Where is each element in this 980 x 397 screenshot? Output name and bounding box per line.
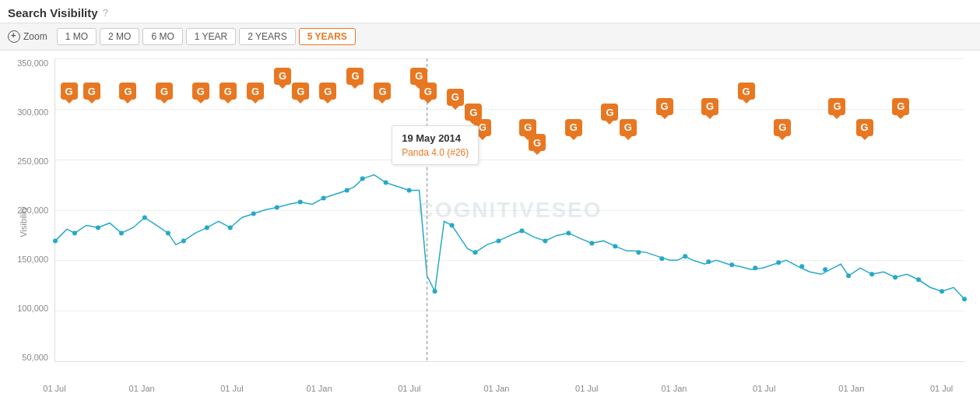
g-marker-6[interactable]: G <box>220 83 237 100</box>
svg-point-38 <box>916 277 921 282</box>
svg-point-40 <box>962 297 967 301</box>
time-button-6mo[interactable]: 6 MO <box>142 28 182 45</box>
g-marker-9[interactable]: G <box>292 83 309 100</box>
svg-point-33 <box>799 264 804 269</box>
g-marker-26[interactable]: G <box>828 98 845 115</box>
y-label-300k: 300,000 <box>17 107 48 117</box>
g-marker-24[interactable]: G <box>738 83 755 100</box>
g-marker-2[interactable]: G <box>83 83 100 100</box>
tooltip-date: 19 May 2014 <box>402 132 469 144</box>
g-marker-tooltip[interactable]: G <box>447 89 464 106</box>
data-dots <box>53 177 967 302</box>
g-marker-14[interactable]: G <box>420 83 437 100</box>
svg-point-31 <box>753 265 757 270</box>
svg-point-20 <box>497 238 501 243</box>
tooltip-box: 19 May 2014 Panda 4.0 (#26) <box>392 125 479 165</box>
chart-area: Visibility 350,000 300,000 250,000 200,0… <box>0 51 980 393</box>
x-label-9: 01 Jul <box>753 384 775 393</box>
svg-point-32 <box>776 260 781 265</box>
svg-point-11 <box>298 200 303 205</box>
x-label-3: 01 Jul <box>220 384 243 393</box>
help-icon[interactable]: ? <box>103 7 108 19</box>
svg-point-29 <box>706 259 711 264</box>
g-marker-10[interactable]: G <box>319 83 336 100</box>
g-marker-28[interactable]: G <box>892 98 909 115</box>
svg-point-14 <box>360 177 365 181</box>
time-button-2years[interactable]: 2 YEARS <box>239 28 295 45</box>
svg-point-6 <box>181 238 186 243</box>
svg-point-3 <box>119 230 124 235</box>
g-marker-23[interactable]: G <box>701 98 718 115</box>
svg-point-15 <box>384 181 388 185</box>
time-button-2mo[interactable]: 2 MO <box>100 28 139 45</box>
svg-point-7 <box>205 225 209 230</box>
svg-point-4 <box>142 215 147 220</box>
svg-point-10 <box>275 206 279 210</box>
g-marker-12[interactable]: G <box>374 83 391 100</box>
svg-point-39 <box>940 289 944 293</box>
svg-point-16 <box>407 188 412 193</box>
x-label-2: 01 Jan <box>129 384 155 393</box>
g-marker-8[interactable]: G <box>274 68 291 85</box>
x-label-7: 01 Jul <box>575 384 598 393</box>
svg-point-1 <box>72 230 77 235</box>
g-marker-1[interactable]: G <box>61 83 78 100</box>
x-label-11: 01 Jul <box>930 384 953 393</box>
svg-point-9 <box>251 211 256 216</box>
g-marker-19[interactable]: G <box>565 119 582 136</box>
x-axis-labels: 01 Jul 01 Jan 01 Jul 01 Jan 01 Jul 01 Ja… <box>54 384 964 393</box>
svg-point-19 <box>473 250 478 255</box>
time-button-1mo[interactable]: 1 MO <box>57 28 97 45</box>
svg-point-12 <box>321 196 326 201</box>
y-label-200k: 200,000 <box>17 206 48 215</box>
g-marker-11[interactable]: G <box>346 68 364 85</box>
g-marker-21[interactable]: G <box>620 119 637 136</box>
svg-point-26 <box>636 250 641 255</box>
tooltip-value: Panda 4.0 (#26) <box>402 147 469 158</box>
g-marker-25[interactable]: G <box>774 119 791 136</box>
y-label-250k: 250,000 <box>17 156 48 166</box>
svg-point-2 <box>96 225 100 230</box>
svg-point-18 <box>450 223 455 227</box>
x-label-5: 01 Jul <box>398 384 420 393</box>
g-marker-3[interactable]: G <box>119 83 136 100</box>
y-label-150k: 150,000 <box>17 255 48 264</box>
chart-inner: COGNITIVESEO .data-line { fill: none; st… <box>54 58 964 362</box>
svg-point-30 <box>729 262 734 267</box>
svg-point-24 <box>589 241 594 245</box>
g-marker-18[interactable]: G <box>529 134 546 151</box>
svg-point-28 <box>683 254 687 258</box>
x-label-8: 01 Jan <box>661 384 687 393</box>
svg-point-37 <box>893 275 897 279</box>
search-visibility-widget: Search Visibility ? Zoom 1 MO 2 MO 6 MO … <box>0 0 980 397</box>
g-marker-5[interactable]: G <box>192 83 209 100</box>
g-marker-4[interactable]: G <box>156 83 173 100</box>
svg-point-17 <box>433 289 437 293</box>
time-button-5years[interactable]: 5 YEARS <box>299 28 356 45</box>
time-button-1year[interactable]: 1 YEAR <box>186 28 236 45</box>
svg-point-35 <box>846 273 851 278</box>
x-label-10: 01 Jan <box>838 384 864 393</box>
svg-point-8 <box>228 225 233 230</box>
x-label-1: 01 Jul <box>43 384 65 393</box>
chart-toolbar: Zoom 1 MO 2 MO 6 MO 1 YEAR 2 YEARS 5 YEA… <box>0 23 980 51</box>
svg-point-27 <box>659 256 664 261</box>
zoom-button[interactable]: Zoom <box>8 30 47 43</box>
svg-point-34 <box>823 267 827 272</box>
svg-point-21 <box>519 228 524 233</box>
svg-point-36 <box>869 272 874 276</box>
g-marker-20[interactable]: G <box>601 104 618 121</box>
g-marker-7[interactable]: G <box>247 83 264 100</box>
widget-title: Search Visibility <box>8 6 98 19</box>
y-label-50k: 50,000 <box>22 353 48 362</box>
g-marker-27[interactable]: G <box>856 119 873 136</box>
svg-point-13 <box>345 188 349 193</box>
y-axis: 350,000 300,000 250,000 200,000 150,000 … <box>0 58 54 362</box>
svg-point-5 <box>166 230 170 235</box>
x-label-4: 01 Jan <box>307 384 332 393</box>
y-label-100k: 100,000 <box>17 304 48 313</box>
svg-point-22 <box>543 238 547 243</box>
svg-point-0 <box>53 238 58 243</box>
g-marker-22[interactable]: G <box>656 98 673 115</box>
y-label-350k: 350,000 <box>17 58 48 68</box>
